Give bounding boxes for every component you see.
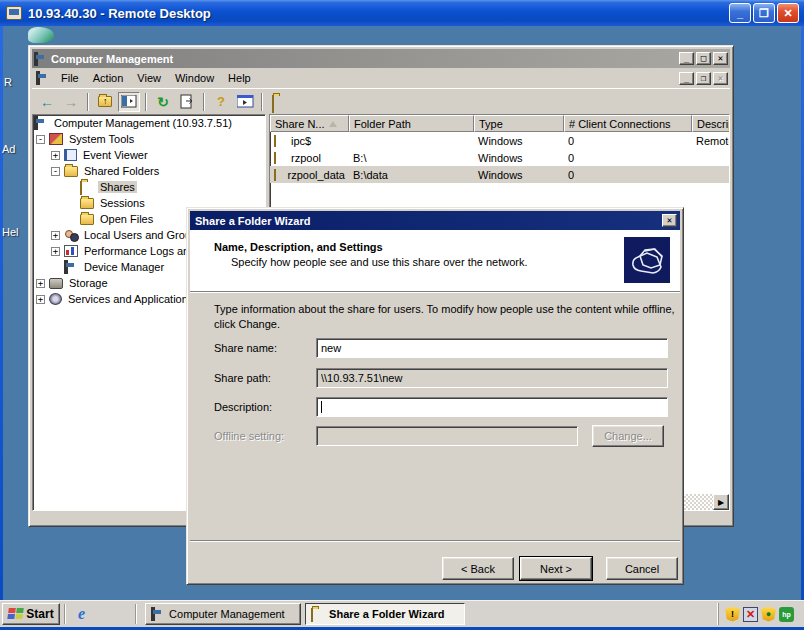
device-manager-icon bbox=[64, 261, 78, 273]
menu-bar: File Action View Window Help _ ❐ ✕ bbox=[32, 68, 730, 88]
column-header-share-name[interactable]: Share N... bbox=[270, 115, 349, 132]
wizard-titlebar[interactable]: Share a Folder Wizard ✕ bbox=[190, 211, 680, 230]
console-tree-toggle-icon[interactable] bbox=[118, 92, 140, 112]
description-input[interactable] bbox=[316, 397, 668, 417]
menu-help[interactable]: Help bbox=[221, 70, 258, 86]
tree-item-label: Sessions bbox=[98, 197, 147, 209]
services-icon bbox=[49, 293, 62, 305]
expand-icon[interactable]: + bbox=[36, 279, 45, 288]
event-viewer-icon bbox=[64, 149, 77, 161]
expand-icon[interactable]: + bbox=[51, 247, 60, 256]
start-button[interactable]: Start bbox=[2, 603, 60, 625]
close-button[interactable]: ✕ bbox=[713, 52, 728, 65]
scroll-right-icon[interactable]: ▶ bbox=[713, 494, 729, 510]
export-list-icon[interactable] bbox=[176, 92, 198, 112]
description-label: Description: bbox=[214, 401, 272, 413]
share-row-ipc[interactable]: ipc$ Windows 0 Remote IPC bbox=[270, 132, 729, 149]
system-tools-icon bbox=[49, 133, 63, 145]
task-button-share-folder-wizard[interactable]: Share a Folder Wizard bbox=[305, 603, 465, 625]
shared-folder-icon bbox=[274, 169, 285, 180]
remote-desktop-screen: 10.93.40.30 - Remote Desktop _ ❐ ✕ R Ad … bbox=[0, 0, 804, 630]
computer-management-titlebar[interactable]: Computer Management _ □ ✕ bbox=[32, 49, 730, 68]
collapse-icon[interactable]: - bbox=[51, 167, 60, 176]
security-alert-icon[interactable]: ! bbox=[725, 607, 740, 622]
offline-setting-field bbox=[316, 426, 578, 446]
list-header-row: Share N... Folder Path Type # Client Con… bbox=[270, 115, 729, 132]
new-share-icon[interactable] bbox=[268, 92, 290, 112]
change-button: Change... bbox=[592, 425, 664, 447]
back-button[interactable]: < Back bbox=[442, 557, 514, 580]
toolbar-separator bbox=[145, 93, 147, 111]
cancel-button[interactable]: Cancel bbox=[606, 557, 678, 580]
share-name-label: Share name: bbox=[214, 342, 277, 354]
tree-item-label: Shared Folders bbox=[82, 165, 161, 177]
hp-agent-icon[interactable]: hp bbox=[779, 607, 794, 622]
restore-button[interactable]: ❐ bbox=[753, 3, 775, 23]
share-path-field bbox=[316, 368, 668, 388]
column-header-client-connections[interactable]: # Client Connections bbox=[564, 115, 692, 132]
menu-view[interactable]: View bbox=[130, 70, 168, 86]
remote-desktop-titlebar[interactable]: 10.93.40.30 - Remote Desktop _ ❐ ✕ bbox=[0, 0, 804, 26]
minimize-button[interactable]: _ bbox=[679, 52, 694, 65]
internet-explorer-icon[interactable]: e bbox=[78, 605, 85, 623]
mdi-close-button: ✕ bbox=[713, 72, 728, 85]
tree-item-label: Event Viewer bbox=[81, 149, 150, 161]
menu-file[interactable]: File bbox=[54, 70, 86, 86]
new-window-icon[interactable] bbox=[234, 92, 256, 112]
tree-item-label: Services and Applications bbox=[66, 293, 195, 305]
desktop-icon-label[interactable]: Ad bbox=[2, 143, 15, 155]
system-tray: ! ✕ ● hp bbox=[718, 603, 800, 625]
column-header-type[interactable]: Type bbox=[474, 115, 564, 132]
expand-icon[interactable]: + bbox=[51, 151, 60, 160]
sort-ascending-icon bbox=[329, 121, 337, 127]
remote-desktop-icon bbox=[6, 6, 22, 20]
shared-folder-icon bbox=[274, 152, 288, 163]
share-row-rzpool[interactable]: rzpool B:\ Windows 0 bbox=[270, 149, 729, 166]
desktop-icon-label[interactable]: R bbox=[4, 76, 12, 88]
up-one-level-icon[interactable]: ↑ bbox=[94, 92, 116, 112]
desktop-icon-label[interactable]: Hel bbox=[2, 226, 19, 238]
close-icon[interactable]: ✕ bbox=[662, 214, 677, 227]
expand-icon[interactable]: + bbox=[51, 231, 60, 240]
taskbar-separator bbox=[64, 604, 66, 624]
computer-icon bbox=[34, 53, 48, 65]
next-button[interactable]: Next > bbox=[520, 557, 592, 580]
shield-status-icon[interactable]: ● bbox=[761, 607, 776, 622]
share-name-input[interactable] bbox=[316, 338, 668, 358]
tree-item-computer-management[interactable]: Computer Management (10.93.7.51) bbox=[33, 115, 265, 131]
tree-item-shares[interactable]: Shares bbox=[33, 179, 265, 195]
column-header-folder-path[interactable]: Folder Path bbox=[349, 115, 474, 132]
separator bbox=[190, 540, 680, 542]
wizard-instructions: Type information about the share for use… bbox=[214, 302, 676, 332]
back-icon[interactable]: ← bbox=[36, 92, 58, 112]
tree-item-system-tools[interactable]: - System Tools bbox=[33, 131, 265, 147]
maximize-button[interactable]: □ bbox=[696, 52, 711, 65]
shared-folder-icon bbox=[80, 182, 94, 193]
refresh-icon[interactable]: ↻ bbox=[152, 92, 174, 112]
column-header-description[interactable]: Description bbox=[692, 115, 730, 132]
computer-icon bbox=[151, 608, 165, 620]
window-border-left bbox=[0, 26, 3, 627]
expand-icon[interactable]: + bbox=[36, 295, 45, 304]
task-button-computer-management[interactable]: Computer Management bbox=[145, 603, 301, 625]
menu-window[interactable]: Window bbox=[168, 70, 221, 86]
network-disconnected-icon[interactable]: ✕ bbox=[743, 607, 758, 622]
minimize-button[interactable]: _ bbox=[729, 3, 751, 23]
desktop-icon-partial[interactable] bbox=[28, 27, 54, 43]
help-icon[interactable]: ? bbox=[210, 92, 232, 112]
close-button[interactable]: ✕ bbox=[777, 3, 799, 23]
storage-icon bbox=[49, 278, 63, 289]
mdi-restore-button[interactable]: ❐ bbox=[696, 72, 711, 85]
tree-item-shared-folders[interactable]: - Shared Folders bbox=[33, 163, 265, 179]
shared-folder-icon bbox=[274, 135, 288, 146]
mdi-minimize-button[interactable]: _ bbox=[679, 72, 694, 85]
tree-item-event-viewer[interactable]: + Event Viewer bbox=[33, 147, 265, 163]
menu-action[interactable]: Action bbox=[86, 70, 131, 86]
wizard-header: Name, Description, and Settings Specify … bbox=[190, 230, 680, 292]
mdi-child-icon[interactable] bbox=[36, 72, 50, 84]
toolbar-separator bbox=[261, 93, 263, 111]
collapse-icon[interactable]: - bbox=[36, 135, 45, 144]
folder-icon bbox=[64, 166, 78, 177]
computer-icon bbox=[34, 117, 48, 129]
share-row-rzpool-data[interactable]: rzpool_data B:\data Windows 0 bbox=[270, 166, 729, 183]
